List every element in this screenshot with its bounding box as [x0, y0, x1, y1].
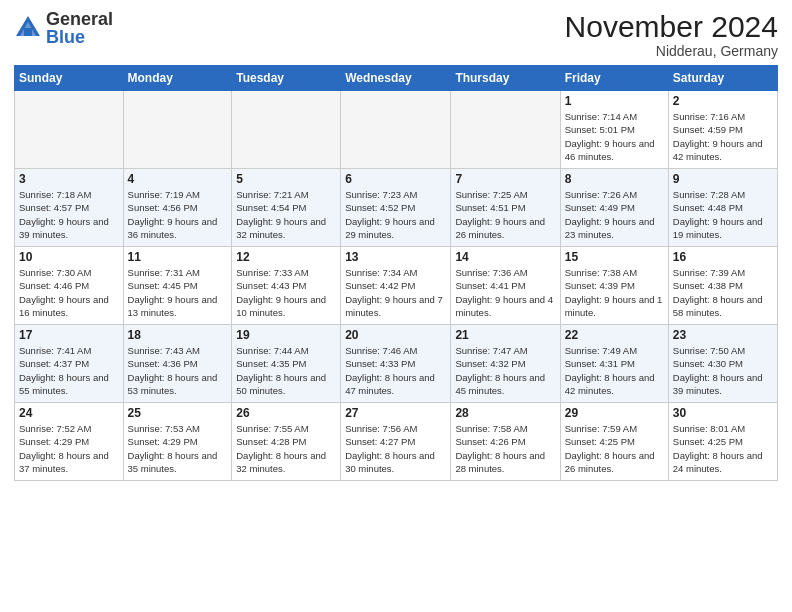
day-info: Sunrise: 7:33 AM Sunset: 4:43 PM Dayligh… — [236, 266, 336, 319]
day-info: Sunrise: 7:47 AM Sunset: 4:32 PM Dayligh… — [455, 344, 555, 397]
calendar-cell: 10Sunrise: 7:30 AM Sunset: 4:46 PM Dayli… — [15, 247, 124, 325]
day-number: 28 — [455, 406, 555, 420]
day-number: 19 — [236, 328, 336, 342]
day-info: Sunrise: 7:36 AM Sunset: 4:41 PM Dayligh… — [455, 266, 555, 319]
svg-rect-2 — [24, 28, 32, 36]
day-number: 16 — [673, 250, 773, 264]
day-number: 22 — [565, 328, 664, 342]
day-info: Sunrise: 7:30 AM Sunset: 4:46 PM Dayligh… — [19, 266, 119, 319]
calendar-cell: 29Sunrise: 7:59 AM Sunset: 4:25 PM Dayli… — [560, 403, 668, 481]
calendar-week-row: 24Sunrise: 7:52 AM Sunset: 4:29 PM Dayli… — [15, 403, 778, 481]
day-number: 17 — [19, 328, 119, 342]
weekday-header: Friday — [560, 66, 668, 91]
page: General Blue November 2024 Nidderau, Ger… — [0, 0, 792, 612]
day-number: 6 — [345, 172, 446, 186]
day-info: Sunrise: 7:41 AM Sunset: 4:37 PM Dayligh… — [19, 344, 119, 397]
day-info: Sunrise: 7:56 AM Sunset: 4:27 PM Dayligh… — [345, 422, 446, 475]
title-block: November 2024 Nidderau, Germany — [565, 10, 778, 59]
calendar-cell: 1Sunrise: 7:14 AM Sunset: 5:01 PM Daylig… — [560, 91, 668, 169]
calendar-cell: 19Sunrise: 7:44 AM Sunset: 4:35 PM Dayli… — [232, 325, 341, 403]
calendar-cell: 13Sunrise: 7:34 AM Sunset: 4:42 PM Dayli… — [341, 247, 451, 325]
day-number: 10 — [19, 250, 119, 264]
calendar-cell: 14Sunrise: 7:36 AM Sunset: 4:41 PM Dayli… — [451, 247, 560, 325]
calendar-cell: 12Sunrise: 7:33 AM Sunset: 4:43 PM Dayli… — [232, 247, 341, 325]
calendar-week-row: 1Sunrise: 7:14 AM Sunset: 5:01 PM Daylig… — [15, 91, 778, 169]
calendar-cell: 23Sunrise: 7:50 AM Sunset: 4:30 PM Dayli… — [668, 325, 777, 403]
weekday-header: Sunday — [15, 66, 124, 91]
day-number: 13 — [345, 250, 446, 264]
day-info: Sunrise: 7:44 AM Sunset: 4:35 PM Dayligh… — [236, 344, 336, 397]
header: General Blue November 2024 Nidderau, Ger… — [14, 10, 778, 59]
day-info: Sunrise: 7:58 AM Sunset: 4:26 PM Dayligh… — [455, 422, 555, 475]
day-info: Sunrise: 7:25 AM Sunset: 4:51 PM Dayligh… — [455, 188, 555, 241]
day-number: 2 — [673, 94, 773, 108]
day-info: Sunrise: 7:28 AM Sunset: 4:48 PM Dayligh… — [673, 188, 773, 241]
calendar-cell — [232, 91, 341, 169]
day-number: 20 — [345, 328, 446, 342]
calendar-cell: 17Sunrise: 7:41 AM Sunset: 4:37 PM Dayli… — [15, 325, 124, 403]
calendar-cell: 25Sunrise: 7:53 AM Sunset: 4:29 PM Dayli… — [123, 403, 232, 481]
day-number: 3 — [19, 172, 119, 186]
day-number: 24 — [19, 406, 119, 420]
calendar-cell — [341, 91, 451, 169]
calendar-week-row: 17Sunrise: 7:41 AM Sunset: 4:37 PM Dayli… — [15, 325, 778, 403]
calendar-cell: 28Sunrise: 7:58 AM Sunset: 4:26 PM Dayli… — [451, 403, 560, 481]
day-number: 25 — [128, 406, 228, 420]
logo-general: General — [46, 9, 113, 29]
calendar-cell — [123, 91, 232, 169]
day-number: 8 — [565, 172, 664, 186]
weekday-header: Saturday — [668, 66, 777, 91]
day-number: 15 — [565, 250, 664, 264]
logo-text: General Blue — [46, 10, 113, 46]
calendar-cell: 2Sunrise: 7:16 AM Sunset: 4:59 PM Daylig… — [668, 91, 777, 169]
calendar-cell: 15Sunrise: 7:38 AM Sunset: 4:39 PM Dayli… — [560, 247, 668, 325]
day-info: Sunrise: 7:39 AM Sunset: 4:38 PM Dayligh… — [673, 266, 773, 319]
weekday-header: Monday — [123, 66, 232, 91]
day-number: 1 — [565, 94, 664, 108]
calendar-cell: 16Sunrise: 7:39 AM Sunset: 4:38 PM Dayli… — [668, 247, 777, 325]
calendar-table: SundayMondayTuesdayWednesdayThursdayFrid… — [14, 65, 778, 481]
day-number: 29 — [565, 406, 664, 420]
calendar-header-row: SundayMondayTuesdayWednesdayThursdayFrid… — [15, 66, 778, 91]
calendar-cell: 26Sunrise: 7:55 AM Sunset: 4:28 PM Dayli… — [232, 403, 341, 481]
calendar-cell: 11Sunrise: 7:31 AM Sunset: 4:45 PM Dayli… — [123, 247, 232, 325]
calendar-cell — [15, 91, 124, 169]
calendar-cell: 6Sunrise: 7:23 AM Sunset: 4:52 PM Daylig… — [341, 169, 451, 247]
calendar-cell: 8Sunrise: 7:26 AM Sunset: 4:49 PM Daylig… — [560, 169, 668, 247]
calendar-week-row: 10Sunrise: 7:30 AM Sunset: 4:46 PM Dayli… — [15, 247, 778, 325]
day-number: 14 — [455, 250, 555, 264]
day-info: Sunrise: 7:55 AM Sunset: 4:28 PM Dayligh… — [236, 422, 336, 475]
calendar-cell: 7Sunrise: 7:25 AM Sunset: 4:51 PM Daylig… — [451, 169, 560, 247]
calendar-cell — [451, 91, 560, 169]
day-number: 27 — [345, 406, 446, 420]
day-info: Sunrise: 7:21 AM Sunset: 4:54 PM Dayligh… — [236, 188, 336, 241]
day-info: Sunrise: 7:23 AM Sunset: 4:52 PM Dayligh… — [345, 188, 446, 241]
calendar-cell: 30Sunrise: 8:01 AM Sunset: 4:25 PM Dayli… — [668, 403, 777, 481]
day-info: Sunrise: 7:14 AM Sunset: 5:01 PM Dayligh… — [565, 110, 664, 163]
day-number: 7 — [455, 172, 555, 186]
day-info: Sunrise: 7:19 AM Sunset: 4:56 PM Dayligh… — [128, 188, 228, 241]
calendar-cell: 5Sunrise: 7:21 AM Sunset: 4:54 PM Daylig… — [232, 169, 341, 247]
calendar-cell: 22Sunrise: 7:49 AM Sunset: 4:31 PM Dayli… — [560, 325, 668, 403]
calendar-cell: 3Sunrise: 7:18 AM Sunset: 4:57 PM Daylig… — [15, 169, 124, 247]
calendar-cell: 24Sunrise: 7:52 AM Sunset: 4:29 PM Dayli… — [15, 403, 124, 481]
day-number: 11 — [128, 250, 228, 264]
day-info: Sunrise: 7:46 AM Sunset: 4:33 PM Dayligh… — [345, 344, 446, 397]
calendar-cell: 21Sunrise: 7:47 AM Sunset: 4:32 PM Dayli… — [451, 325, 560, 403]
day-number: 12 — [236, 250, 336, 264]
day-info: Sunrise: 7:38 AM Sunset: 4:39 PM Dayligh… — [565, 266, 664, 319]
day-info: Sunrise: 7:49 AM Sunset: 4:31 PM Dayligh… — [565, 344, 664, 397]
day-info: Sunrise: 8:01 AM Sunset: 4:25 PM Dayligh… — [673, 422, 773, 475]
weekday-header: Tuesday — [232, 66, 341, 91]
weekday-header: Thursday — [451, 66, 560, 91]
day-info: Sunrise: 7:52 AM Sunset: 4:29 PM Dayligh… — [19, 422, 119, 475]
logo-blue: Blue — [46, 27, 85, 47]
calendar-cell: 18Sunrise: 7:43 AM Sunset: 4:36 PM Dayli… — [123, 325, 232, 403]
day-number: 23 — [673, 328, 773, 342]
calendar-cell: 20Sunrise: 7:46 AM Sunset: 4:33 PM Dayli… — [341, 325, 451, 403]
day-number: 5 — [236, 172, 336, 186]
day-info: Sunrise: 7:26 AM Sunset: 4:49 PM Dayligh… — [565, 188, 664, 241]
weekday-header: Wednesday — [341, 66, 451, 91]
day-info: Sunrise: 7:31 AM Sunset: 4:45 PM Dayligh… — [128, 266, 228, 319]
location: Nidderau, Germany — [565, 43, 778, 59]
